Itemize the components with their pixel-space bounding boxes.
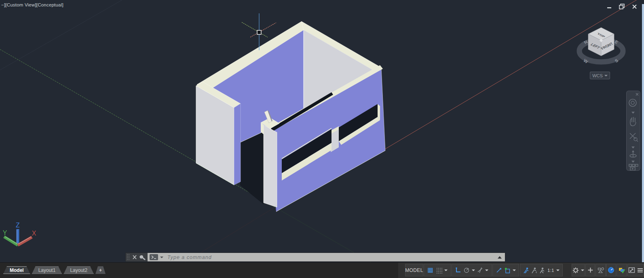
palette-grip-icon[interactable]	[127, 254, 129, 260]
viewcube[interactable]: N E W S TOP LEFT FRONT	[579, 28, 623, 64]
door-post-face[interactable]	[264, 125, 277, 207]
command-placeholder: Type a command	[167, 255, 212, 260]
annotation-monitor-icon	[587, 267, 593, 273]
pan-hand-icon[interactable]	[630, 117, 636, 126]
command-input[interactable]: Type a command	[148, 253, 505, 261]
orbit-icon[interactable]	[630, 150, 636, 157]
adjacent-window-edge	[642, 4, 644, 263]
close-button[interactable]	[630, 3, 639, 10]
quick-properties-icon	[598, 267, 604, 274]
navbar-close-icon[interactable]	[636, 93, 638, 95]
restore-button[interactable]	[617, 3, 626, 10]
scale-flyout-chevron-icon[interactable]	[556, 270, 560, 271]
chevron-down-icon	[604, 75, 608, 76]
wheel-flyout-chevron-icon[interactable]	[631, 112, 635, 114]
screen-tools-group	[627, 264, 644, 276]
tab-model[interactable]: Model	[3, 266, 30, 274]
wcs-label: WCS	[592, 73, 603, 78]
graphics-performance-icon	[619, 267, 625, 274]
restore-icon	[619, 4, 625, 9]
polar-flyout-chevron-icon[interactable]	[472, 270, 475, 271]
drafting-group	[452, 264, 492, 276]
left-wall-end-face	[234, 104, 241, 185]
recent-commands-chevron-icon[interactable]	[160, 257, 163, 258]
close-icon	[632, 4, 637, 9]
minimize-button[interactable]	[605, 3, 614, 10]
orbit-flyout-chevron-icon[interactable]	[631, 161, 635, 163]
wcs-dropdown[interactable]: WCS	[590, 72, 610, 79]
autocad-drawing-area: Z Y X N E W S TOP LEFT FRONT −][Custo	[0, 0, 644, 278]
ucs-x-label: X	[32, 230, 36, 237]
hardware-acceleration-icon	[608, 267, 614, 274]
osnap-flyout-chevron-icon[interactable]	[513, 270, 516, 271]
snap-flyout-chevron-icon[interactable]	[444, 270, 448, 271]
ucs-z-label: Z	[16, 222, 20, 229]
workspace-switching[interactable]	[572, 264, 585, 276]
isodraft-flyout-chevron-icon[interactable]	[485, 270, 488, 271]
door-gap-shadow	[240, 132, 264, 204]
palette-close-icon[interactable]	[133, 255, 136, 259]
zoom-flyout-chevron-icon[interactable]	[631, 146, 635, 149]
command-prompt-icon[interactable]	[150, 254, 158, 260]
clean-screen-icon[interactable]	[628, 267, 635, 273]
isometric-drafting-icon[interactable]	[477, 267, 483, 273]
grid-display-icon[interactable]	[427, 267, 434, 274]
showmotion-icon[interactable]	[629, 164, 638, 170]
ortho-mode-icon[interactable]	[455, 267, 461, 273]
snap-mode-icon[interactable]	[436, 267, 442, 274]
command-palette-controls	[126, 253, 148, 261]
new-layout-button[interactable]: +	[95, 266, 106, 274]
grid-snap-group	[424, 264, 451, 276]
object-snap-tracking-icon[interactable]	[496, 267, 502, 274]
annotation-group: 1:1	[520, 264, 563, 276]
customize-wrench-icon[interactable]	[139, 255, 146, 260]
layout-tab-bar: Model Layout1 Layout2 +	[3, 266, 106, 274]
osnap-group	[492, 264, 519, 276]
viewport-controls-label[interactable]: −][Custom View][Conceptual]	[1, 2, 63, 7]
application-bottom-bar: Model Layout1 Layout2 + MODEL	[0, 262, 644, 278]
annotation-scale-value[interactable]: 1:1	[547, 268, 554, 273]
quick-properties[interactable]	[595, 264, 606, 276]
zoom-icon[interactable]	[630, 133, 638, 142]
annotation-scale-icon[interactable]	[539, 267, 545, 274]
customization-menu-icon[interactable]	[637, 267, 643, 273]
model-space-toggle[interactable]: MODEL	[405, 264, 423, 276]
graphics-performance[interactable]	[617, 264, 627, 276]
workspace-chevron-icon	[581, 270, 584, 271]
annotation-visibility-icon[interactable]	[523, 267, 529, 274]
navigation-bar[interactable]	[626, 91, 640, 171]
command-line-palette[interactable]: Type a command	[125, 253, 505, 262]
command-history-toggle-icon[interactable]	[498, 256, 502, 259]
ucs-icon[interactable]: Z Y X	[3, 222, 36, 245]
3d-wall-model[interactable]	[196, 21, 385, 212]
status-bar: MODEL	[398, 263, 644, 278]
autoscale-icon[interactable]	[531, 267, 537, 274]
polar-tracking-icon[interactable]	[463, 267, 470, 274]
model-space-canvas[interactable]: Z Y X N E W S TOP LEFT FRONT	[0, 0, 644, 278]
tab-layout1[interactable]: Layout1	[32, 266, 62, 274]
hardware-acceleration[interactable]	[606, 264, 616, 276]
object-snap-icon[interactable]	[504, 267, 511, 274]
annotation-monitor[interactable]	[585, 264, 595, 276]
full-navigation-wheel-icon[interactable]	[629, 99, 636, 106]
tab-layout2[interactable]: Layout2	[63, 266, 94, 274]
faint-grid-line	[0, 0, 122, 70]
pickbox	[257, 30, 261, 34]
minimize-icon	[607, 4, 612, 9]
ucs-y-label: Y	[3, 229, 7, 236]
gear-icon	[572, 267, 579, 274]
